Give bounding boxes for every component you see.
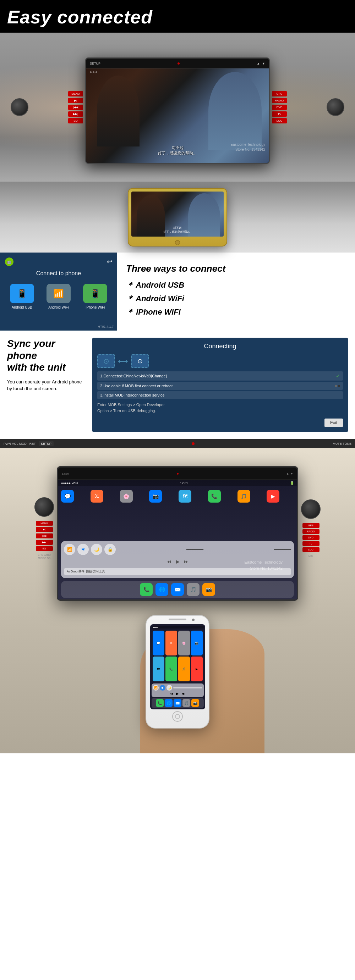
iphone-dock-safari[interactable]: 🌐 bbox=[165, 699, 173, 707]
app-icon-maps[interactable]: 🗺 bbox=[179, 490, 191, 503]
iphone-app-4[interactable]: 📷 bbox=[191, 631, 203, 655]
menu-button[interactable]: MENU bbox=[68, 91, 83, 97]
iphone-music-prev[interactable]: ⏮ bbox=[170, 692, 173, 695]
dock-safari[interactable]: 🌐 bbox=[155, 583, 168, 596]
iphone-bt-btn[interactable]: ✱ bbox=[160, 685, 165, 690]
phone-home-btn[interactable] bbox=[175, 240, 180, 245]
app-icon-phone[interactable]: 📞 bbox=[208, 490, 221, 503]
lou-button[interactable]: LOU bbox=[272, 118, 287, 123]
android-wifi-icon-box[interactable]: 📶 bbox=[46, 284, 70, 303]
iphone-speaker bbox=[169, 619, 186, 620]
dock-mail[interactable]: ✉️ bbox=[171, 583, 184, 596]
music-next-btn[interactable]: ⏭ bbox=[184, 558, 189, 564]
iphone-app-2[interactable]: 31 bbox=[165, 631, 177, 655]
unit2-menu-btn[interactable]: MENU bbox=[36, 521, 53, 526]
music-play-btn[interactable]: ▶ bbox=[176, 558, 180, 564]
dnd-control-btn[interactable]: 🌙 bbox=[91, 544, 102, 555]
wifi-control-btn[interactable]: 📶 bbox=[64, 544, 75, 555]
connecting-title: Connecting bbox=[97, 343, 343, 350]
car-unit-device: SETUP ▲ ▼ 对不起 好了，感谢您的帮助。 bbox=[85, 57, 270, 164]
iphone-dock-camera[interactable]: 📷 bbox=[191, 699, 199, 707]
video-scene: 对不起 好了，感谢您的帮助。 Eastcome Technology Store… bbox=[86, 68, 269, 163]
iphone-dnd-btn[interactable]: 🌙 bbox=[166, 685, 172, 690]
android-usb-label: Android USB bbox=[12, 305, 32, 309]
unit2-left-knob[interactable] bbox=[34, 497, 54, 517]
app-icon-messages[interactable]: 💬 bbox=[61, 490, 74, 503]
exit-button[interactable]: Exit bbox=[325, 418, 343, 427]
micro-sd-label: MICRO SD bbox=[38, 557, 51, 559]
android-wifi-item[interactable]: 📶 Android WiFi bbox=[46, 284, 70, 309]
app-icon-calendar[interactable]: 31 bbox=[91, 490, 103, 503]
unit2-radio-btn[interactable]: RADIO bbox=[302, 529, 320, 534]
sync-diagram: ⊙ ⟷ ⊙ bbox=[97, 354, 343, 368]
unit2-dvd-btn[interactable]: DVD bbox=[302, 535, 320, 540]
iphone-music-play[interactable]: ▶ bbox=[176, 692, 179, 695]
brightness-slider[interactable]: ━━━━━━━━ bbox=[186, 548, 203, 552]
iphone-home-button[interactable] bbox=[172, 711, 183, 722]
phone-device: SAMSUNG 对不起 好了，感谢您的帮助。 bbox=[128, 188, 227, 247]
sync-section: Sync your phonewith the unit You can ope… bbox=[0, 331, 355, 439]
connect-ui-title: Connect to phone bbox=[5, 270, 112, 277]
iphone-app-6[interactable]: 📞 bbox=[165, 657, 177, 681]
back-button[interactable]: ↩ bbox=[107, 258, 112, 266]
connecting-item-3: 3.Install MOB interconnection service bbox=[97, 391, 343, 399]
ff-button[interactable]: ▶▶| bbox=[68, 111, 83, 117]
dock-music[interactable]: 🎵 bbox=[187, 583, 200, 596]
android-wifi-label: Android WiFi bbox=[48, 305, 69, 309]
unit2-labels: PWR VOL MOD RET SETUP MUTE TONE bbox=[0, 439, 355, 448]
phone-subtitle: 对不起 好了，感谢您的帮助。 bbox=[163, 226, 192, 234]
android-usb-item[interactable]: 📱 Android USB bbox=[10, 284, 34, 309]
dock-camera[interactable]: 📷 bbox=[202, 583, 215, 596]
left-knob[interactable] bbox=[11, 98, 29, 116]
android-usb-icon-box[interactable]: 📱 bbox=[10, 284, 34, 303]
iphone-dock-music[interactable]: 🎵 bbox=[182, 699, 190, 707]
android-icon: 🤖 bbox=[5, 258, 13, 266]
app-icon-photos[interactable]: 🌸 bbox=[120, 490, 133, 503]
app-icon-youtube[interactable]: ▶ bbox=[267, 490, 279, 503]
iphone-dock-mail[interactable]: ✉️ bbox=[174, 699, 181, 707]
connect-icons-row: 📱 Android USB 📶 Android WiFi 📱 iPhone Wi… bbox=[5, 284, 112, 309]
app-icon-camera[interactable]: 📷 bbox=[149, 490, 162, 503]
iphone-app-7[interactable]: 🎵 bbox=[178, 657, 190, 681]
right-knob[interactable] bbox=[326, 98, 344, 116]
iphone-app-1[interactable]: 💬 bbox=[153, 631, 165, 655]
unit2-tv-btn[interactable]: TV bbox=[302, 541, 320, 546]
unit2-ff-btn[interactable]: ▶▶| bbox=[36, 540, 53, 545]
iphone-app-8[interactable]: ▶ bbox=[191, 657, 203, 681]
unit2-gps-btn[interactable]: GPS bbox=[302, 523, 320, 528]
unit2-left-buttons: MENU ▶| |◀◀ ▶▶| EQ GPS CARD MICRO SD bbox=[34, 497, 54, 559]
unit2-lou-btn[interactable]: LOU bbox=[302, 547, 320, 552]
unit2-eq-btn[interactable]: EQ bbox=[36, 546, 53, 551]
dock-phone[interactable]: 📞 bbox=[140, 583, 153, 596]
unit2-next-btn[interactable]: ▶| bbox=[36, 527, 53, 532]
prev-button[interactable]: |◀◀ bbox=[68, 105, 83, 110]
sync-arrow: ⟷ bbox=[118, 357, 128, 365]
three-ways-item-1: Android USB bbox=[126, 280, 346, 291]
bt-control-btn[interactable]: ✱ bbox=[77, 544, 89, 555]
iphone-app-3[interactable]: 🌸 bbox=[178, 631, 190, 655]
connecting-item-2: 2.Use cable if MOB first connect or rebo… bbox=[97, 382, 343, 390]
iphone-brightness[interactable] bbox=[173, 687, 202, 689]
phone-screen: 对不起 好了，感谢您的帮助。 bbox=[131, 191, 224, 237]
next-button[interactable]: ▶| bbox=[68, 98, 83, 103]
app-icon-music[interactable]: 🎵 bbox=[238, 490, 250, 503]
iphone-screen: ●●●●● 💬 31 🌸 📷 🗺 📞 🎵 ▶ bbox=[150, 624, 205, 710]
dvd-button[interactable]: DVD bbox=[272, 105, 287, 110]
rotation-control-btn[interactable]: 🔒 bbox=[104, 544, 116, 555]
iphone-app-5[interactable]: 🗺 bbox=[153, 657, 165, 681]
music-prev-btn[interactable]: ⏮ bbox=[166, 558, 171, 564]
ios-carrier: ●●●●● WiFi bbox=[61, 481, 78, 485]
iphone-dock-phone[interactable]: 📞 bbox=[156, 699, 164, 707]
volume-slider[interactable]: ━━━━━━━━ bbox=[274, 548, 291, 552]
eq-button[interactable]: EQ bbox=[68, 118, 83, 123]
ios-controls-row-1: 📶 ✱ 🌙 🔒 ━━━━━━━━ ━━━━━━━━ bbox=[64, 544, 291, 555]
radio-button[interactable]: RADIO bbox=[272, 98, 287, 103]
iphone-wifi-item[interactable]: 📱 iPhone WiFi bbox=[83, 284, 107, 309]
iphone-wifi-icon-box[interactable]: 📱 bbox=[83, 284, 107, 303]
unit2-rew-btn[interactable]: |◀◀ bbox=[36, 533, 53, 538]
iphone-wifi-btn[interactable]: 📶 bbox=[153, 685, 159, 690]
gps-button[interactable]: GPS bbox=[272, 91, 287, 97]
iphone-music-next[interactable]: ⏭ bbox=[182, 692, 185, 695]
unit2-right-knob[interactable] bbox=[301, 500, 321, 519]
tv-button[interactable]: TV bbox=[272, 111, 287, 117]
